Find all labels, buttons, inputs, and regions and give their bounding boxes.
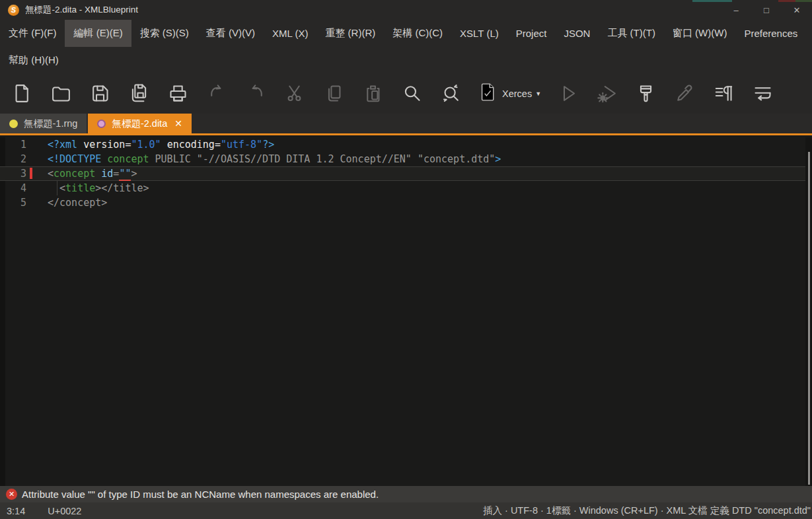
open-folder-icon[interactable] [48, 79, 73, 108]
line-content: <title></title> [48, 181, 149, 195]
code-line-3[interactable]: 3<concept id=""> [0, 166, 805, 181]
menu-bar-row2: 幫助 (H)(H) [0, 47, 812, 73]
gutter-spacer [30, 182, 32, 193]
menu-item-7[interactable]: XSLT (L) [451, 20, 507, 47]
code-line-4[interactable]: 4 <title></title> [0, 181, 805, 195]
save-icon[interactable] [87, 79, 112, 108]
redo-icon [243, 79, 268, 108]
menu-item-6[interactable]: 架構 (C)(C) [384, 20, 451, 47]
line-number: 3 [0, 166, 26, 181]
print-icon[interactable] [165, 79, 190, 108]
window-controls: – □ ✕ [721, 0, 812, 20]
indent-guide [57, 181, 57, 195]
screen-edge-artifact [795, 0, 812, 2]
gutter-spacer [30, 197, 32, 208]
copy-icon [321, 79, 346, 108]
code-editor[interactable]: 1<?xml version="1.0" encoding="utf-8"?>2… [0, 137, 812, 486]
menu-item-2[interactable]: 搜索 (S)(S) [131, 20, 198, 47]
menu-item-1[interactable]: 編輯 (E)(E) [65, 20, 131, 47]
find-icon[interactable] [399, 79, 424, 108]
validator-selector[interactable]: Xerces▼ [477, 81, 541, 106]
line-number: 1 [0, 137, 26, 152]
menu-item-11[interactable]: 窗口 (W)(W) [664, 20, 735, 47]
menu-bar-row1: 文件 (F)(F)編輯 (E)(E)搜索 (S)(S)查看 (V)(V)XML … [0, 20, 812, 47]
find-next-icon[interactable] [438, 79, 463, 108]
error-marker-icon [30, 168, 32, 179]
gutter-spacer [30, 139, 32, 150]
menu-item-8[interactable]: Project [507, 20, 556, 47]
line-content: <!DOCTYPE concept PUBLIC "-//OASIS//DTD … [48, 152, 501, 166]
code-line-2[interactable]: 2<!DOCTYPE concept PUBLIC "-//OASIS//DTD… [0, 152, 805, 166]
undo-icon [204, 79, 229, 108]
app-logo-icon: S [8, 5, 19, 16]
validate-icon[interactable] [477, 81, 499, 106]
window-title: 無標題-2.dita - XMLBlueprint [25, 4, 138, 16]
tab-bar: 無標題-1.rng 無標題-2.dita ✕ [0, 114, 812, 135]
formatting-marks-icon[interactable] [711, 79, 736, 108]
maximize-button[interactable]: □ [751, 0, 782, 20]
save-all-icon[interactable] [126, 79, 151, 108]
close-button[interactable]: ✕ [782, 0, 812, 20]
scrollbar-thumb[interactable] [808, 152, 810, 485]
color-picker-icon [672, 79, 697, 108]
caret-position: 3:14 [7, 506, 25, 516]
line-content: </concept> [48, 195, 107, 210]
minimize-button[interactable]: – [721, 0, 751, 20]
word-wrap-icon[interactable] [750, 79, 775, 108]
tab-untitled-1[interactable]: 無標題-1.rng [0, 114, 87, 133]
validation-error-bar[interactable]: ✕ Attribute value "" of type ID must be … [0, 486, 812, 502]
toolbar: Xerces▼ [0, 73, 812, 114]
tab-close-icon[interactable]: ✕ [174, 118, 182, 129]
title-bar: S 無標題-2.dita - XMLBlueprint [0, 0, 812, 20]
line-content: <concept id=""> [48, 166, 137, 181]
modified-dot-icon [97, 120, 106, 128]
menu-item-10[interactable]: 工具 (T)(T) [599, 20, 663, 47]
unicode-codepoint: U+0022 [48, 506, 81, 516]
menu-item-4[interactable]: XML (X) [264, 20, 316, 47]
menu-item-0[interactable]: 文件 (F)(F) [0, 20, 65, 47]
code-line-1[interactable]: 1<?xml version="1.0" encoding="utf-8"?> [0, 137, 805, 152]
line-content: <?xml version="1.0" encoding="utf-8"?> [48, 137, 274, 152]
tab-untitled-2[interactable]: 無標題-2.dita ✕ [88, 114, 192, 133]
menu-item-9[interactable]: JSON [555, 20, 599, 47]
menu-item-3[interactable]: 查看 (V)(V) [198, 20, 264, 47]
line-number: 4 [0, 181, 26, 195]
vertical-scrollbar[interactable] [805, 137, 812, 486]
screen-edge-artifact [692, 0, 732, 2]
paste-icon [360, 79, 385, 108]
line-number: 2 [0, 152, 26, 166]
validator-label: Xerces [502, 88, 532, 99]
tab-label: 無標題-1.rng [24, 118, 77, 130]
cut-icon [282, 79, 307, 108]
screen-edge-artifact [778, 0, 795, 2]
new-file-icon[interactable] [9, 79, 34, 108]
run-config-icon [594, 79, 619, 108]
menu-item-12[interactable]: Preferences [735, 20, 806, 47]
format-brush-icon[interactable] [633, 79, 658, 108]
modified-dot-icon [9, 120, 18, 128]
tab-label: 無標題-2.dita [112, 118, 167, 130]
document-status: 插入 · UTF-8 · 1標籤 · Windows (CR+LF) · XML… [483, 504, 811, 517]
line-number: 5 [0, 195, 26, 210]
gutter-spacer [30, 153, 32, 164]
menu-item-5[interactable]: 重整 (R)(R) [316, 20, 384, 47]
code-line-5[interactable]: 5</concept> [0, 195, 805, 210]
chevron-down-icon[interactable]: ▼ [535, 90, 541, 97]
status-bar: 3:14 U+0022 插入 · UTF-8 · 1標籤 · Windows (… [0, 502, 812, 519]
error-icon: ✕ [6, 489, 17, 500]
menu-item-0[interactable]: 幫助 (H)(H) [0, 47, 67, 73]
error-message: Attribute value "" of type ID must be an… [22, 489, 379, 500]
run-icon [555, 79, 580, 108]
